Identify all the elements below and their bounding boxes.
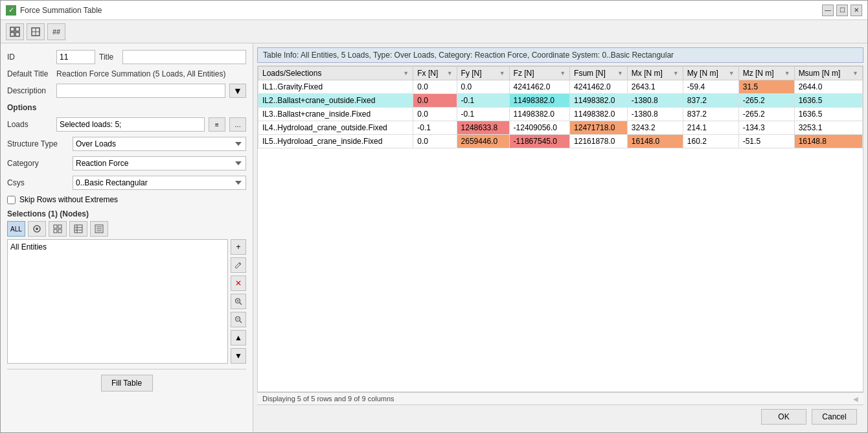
add-selection-btn[interactable]: + [231, 239, 246, 255]
default-title-row: Default Title Reaction Force Summation (… [7, 69, 246, 78]
zoom-in-btn[interactable] [231, 294, 246, 309]
move-up-btn[interactable]: ▲ [231, 330, 246, 345]
loads-row: Loads ≡ … [7, 117, 246, 132]
svg-rect-9 [54, 225, 57, 228]
list-item[interactable]: All Entities [10, 242, 225, 252]
sel-btn-circle[interactable] [28, 221, 46, 237]
table-cell: -1380.8 [627, 94, 683, 108]
zoom-out-btn[interactable] [231, 312, 246, 327]
table-cell: 11498382.0 [509, 94, 569, 108]
table-cell: 0.0 [413, 94, 457, 108]
status-bar: Displaying 5 of 5 rows and 9 of 9 column… [257, 392, 863, 404]
loads-action-btn[interactable]: ≡ [209, 117, 225, 132]
table-cell: IL2..Ballast+crane_outside.Fixed [258, 94, 413, 108]
table-row[interactable]: IL4..Hydroload_crane_outside.Fixed-0.112… [258, 121, 863, 135]
category-label: Category [7, 159, 69, 168]
table-cell: -11867545.0 [509, 135, 569, 148]
svg-rect-12 [58, 229, 62, 233]
table-cell: 3243.2 [627, 121, 683, 135]
move-down-btn[interactable]: ▼ [231, 348, 246, 364]
description-input[interactable] [56, 84, 225, 98]
filter-icon-fz[interactable]: ▼ [560, 70, 565, 76]
default-title-label: Default Title [7, 69, 52, 78]
filter-icon-loads[interactable]: ▼ [403, 70, 409, 76]
title-input[interactable] [122, 50, 246, 64]
filter-icon-fy[interactable]: ▼ [499, 70, 505, 76]
table-cell: -0.1 [413, 121, 457, 135]
svg-rect-10 [58, 225, 62, 228]
delete-selection-btn[interactable]: ✕ [231, 275, 246, 291]
table-cell: 0.0 [413, 135, 457, 148]
app-icon: ✓ [6, 5, 16, 16]
th-fy-label: Fy [N] [461, 69, 482, 78]
table-cell: IL3..Ballast+crane_inside.Fixed [258, 108, 413, 121]
sel-btn-all[interactable]: ALL [7, 221, 25, 237]
table-cell: -134.3 [738, 121, 794, 135]
svg-rect-11 [54, 229, 57, 233]
filter-icon-mz[interactable]: ▼ [784, 70, 790, 76]
right-panel: Table Info: All Entities, 5 Loads, Type:… [253, 43, 867, 432]
table-cell: -59.4 [683, 80, 738, 94]
table-cell: 2659446.0 [457, 135, 509, 148]
table-cell: -51.5 [738, 135, 794, 148]
close-button[interactable]: ✕ [851, 5, 862, 16]
th-fz: Fz [N] ▼ [509, 67, 569, 80]
selections-list: All Entities [7, 239, 228, 364]
sel-btn-calc[interactable] [90, 221, 108, 237]
table-row[interactable]: IL2..Ballast+crane_outside.Fixed0.0-0.11… [258, 94, 863, 108]
th-msum-label: Msum [N m] [799, 69, 841, 78]
th-loads-selections: Loads/Selections ▼ [258, 67, 413, 80]
filter-icon-msum[interactable]: ▼ [852, 70, 858, 76]
loads-input[interactable] [56, 117, 205, 132]
toolbar-btn-3[interactable]: ## [47, 23, 65, 40]
table-row[interactable]: IL3..Ballast+crane_inside.Fixed0.0-0.111… [258, 108, 863, 121]
table-cell: 160.2 [683, 135, 738, 148]
edit-selection-btn[interactable] [231, 257, 246, 273]
svg-rect-2 [10, 32, 14, 36]
table-cell: -1380.8 [627, 108, 683, 121]
table-row[interactable]: IL5..Hydroload_crane_inside.Fixed0.02659… [258, 135, 863, 148]
table-cell: 16148.0 [627, 135, 683, 148]
svg-rect-13 [74, 225, 82, 233]
selections-section: Selections (1) (Nodes) ALL [7, 209, 246, 364]
table-cell: 1636.5 [794, 94, 862, 108]
filter-icon-fx[interactable]: ▼ [447, 70, 453, 76]
sel-btn-grid[interactable] [49, 221, 67, 237]
csys-select[interactable]: 0..Basic Rectangular [73, 176, 246, 190]
minimize-button[interactable]: — [822, 5, 834, 16]
table-cell: 0.0 [413, 108, 457, 121]
skip-rows-checkbox[interactable] [7, 196, 16, 204]
sel-btn-table[interactable] [69, 221, 87, 237]
structure-type-select[interactable]: Over Loads [73, 137, 246, 151]
svg-rect-0 [10, 27, 14, 31]
loads-extra-btn[interactable]: … [229, 117, 246, 132]
id-input[interactable] [56, 50, 95, 64]
toolbar-btn-1[interactable] [6, 23, 24, 40]
ok-button[interactable]: OK [761, 409, 806, 425]
cancel-button[interactable]: Cancel [812, 409, 857, 425]
fill-table-button[interactable]: Fill Table [101, 375, 153, 392]
filter-icon-my[interactable]: ▼ [729, 70, 735, 76]
sel-btn-all-label: ALL [10, 226, 22, 233]
data-table: Loads/Selections ▼ Fx [N] ▼ [258, 66, 863, 148]
th-fz-label: Fz [N] [514, 69, 534, 78]
filter-icon-mx[interactable]: ▼ [673, 70, 679, 76]
title-bar: ✓ Force Summation Table — ☐ ✕ [1, 1, 867, 20]
category-select[interactable]: Reaction Force [73, 156, 246, 170]
data-table-container[interactable]: Loads/Selections ▼ Fx [N] ▼ [257, 65, 863, 392]
default-title-value: Reaction Force Summation (5 Loads, All E… [56, 69, 225, 78]
maximize-button[interactable]: ☐ [836, 5, 848, 16]
toolbar-btn-3-label: ## [52, 28, 60, 36]
window-controls: — ☐ ✕ [822, 5, 862, 16]
th-mx: Mx [N m] ▼ [627, 67, 683, 80]
toolbar-btn-2[interactable] [27, 23, 45, 40]
svg-rect-1 [16, 27, 19, 31]
table-cell: -265.2 [738, 94, 794, 108]
table-row[interactable]: IL1..Gravity.Fixed0.00.04241462.04241462… [258, 80, 863, 94]
description-dropdown-btn[interactable]: ▼ [229, 84, 246, 98]
th-my-label: My [N m] [687, 69, 718, 78]
th-mz: Mz [N m] ▼ [738, 67, 794, 80]
csys-label: Csys [7, 178, 69, 187]
selections-side-btns: + ✕ ▲ ▼ [231, 239, 246, 364]
filter-icon-fsum[interactable]: ▼ [617, 70, 623, 76]
